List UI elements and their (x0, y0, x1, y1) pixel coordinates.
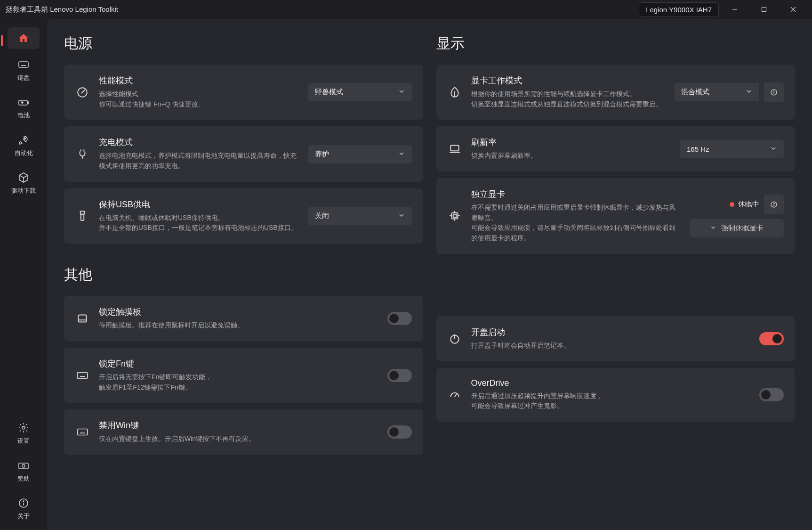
charge-mode-select[interactable]: 养护 (308, 145, 412, 163)
card-title: 独立显卡 (471, 188, 681, 200)
speedometer-icon (448, 389, 462, 401)
rocket-icon (17, 134, 30, 146)
dgpu-force-sleep-button[interactable]: 强制休眠显卡 (690, 219, 784, 237)
minimize-button[interactable] (722, 0, 748, 19)
card-title: 开盖启动 (471, 326, 750, 338)
chevron-down-icon (398, 212, 405, 220)
card-desc: 选择电池充电模式，养护模式将限制电池充电电量以提高寿命，快充模式将使用更高的功率… (99, 151, 299, 171)
card-usb-power: 保持USB供电 在电脑关机、睡眠或休眠时USB保持供电。 并不是全部的USB接口… (64, 188, 423, 244)
nav-settings[interactable]: 设置 (8, 417, 40, 450)
nav-battery[interactable]: 电池 (8, 91, 40, 124)
svg-line-44 (455, 394, 457, 397)
card-title: 显卡工作模式 (471, 75, 666, 86)
gpu-mode-select[interactable]: 混合模式 (675, 83, 759, 101)
card-title: 性能模式 (99, 75, 299, 86)
card-title: 锁定Fn键 (99, 358, 378, 369)
chevron-down-icon (745, 88, 753, 97)
card-desc: 根据你的使用场景所需的性能与续航选择显卡工作模式。 切换至独显直连模式或从独显直… (471, 89, 666, 109)
win-lock-toggle[interactable] (387, 425, 412, 439)
svg-rect-32 (450, 146, 458, 151)
main-content: 电源 性能模式 选择性能模式 你可以通过快捷键 Fn+Q 快速更改。 野兽模式 (47, 19, 812, 530)
card-gpu-mode: 显卡工作模式 根据你的使用场景所需的性能与续航选择显卡工作模式。 切换至独显直连… (436, 65, 796, 120)
sidebar: 键盘 电池 自动化 驱动下载 设置 (0, 19, 47, 530)
gpu-mode-info-button[interactable] (764, 82, 784, 102)
usb-power-select[interactable]: 关闭 (308, 207, 412, 225)
keyboard-icon (17, 58, 30, 71)
dgpu-help-button[interactable] (764, 195, 784, 214)
card-dgpu: 独立显卡 在不需要时通过关闭占用应用或重启显卡强制休眠显卡，减少发热与风扇噪音。… (436, 178, 796, 254)
refresh-rate-select[interactable]: 165 Hz (680, 140, 784, 158)
svg-point-18 (23, 501, 24, 502)
nav-label: 设置 (17, 437, 30, 445)
status-dot-icon (730, 202, 734, 207)
nav-home[interactable] (8, 27, 40, 49)
titlebar: 拯救者工具箱 Lenovo Legion Toolkit Legion Y900… (0, 0, 812, 19)
section-other-title: 其他 (64, 265, 423, 285)
card-desc: 在不需要时通过关闭占用应用或重启显卡强制休眠显卡，减少发热与风扇噪音。 可能会导… (471, 203, 681, 244)
package-icon (17, 171, 30, 184)
nav-about[interactable]: 关于 (8, 492, 40, 525)
nav-label: 关于 (17, 512, 30, 521)
svg-rect-14 (19, 463, 28, 469)
chevron-down-icon (398, 150, 405, 159)
close-button[interactable] (780, 0, 806, 19)
chevron-down-icon (710, 224, 716, 232)
svg-rect-22 (78, 315, 86, 322)
svg-rect-4 (19, 62, 28, 67)
svg-rect-11 (27, 102, 28, 104)
svg-point-15 (22, 465, 25, 467)
section-display-title: 显示 (436, 34, 796, 53)
svg-rect-26 (77, 429, 88, 435)
svg-rect-1 (762, 8, 766, 12)
svg-point-13 (22, 426, 25, 429)
money-icon (17, 459, 30, 472)
card-desc: 打开盖子时将会自动开启笔记本。 (471, 341, 750, 351)
chevron-down-icon (770, 145, 777, 154)
dgpu-status: 休眠中 (730, 200, 759, 209)
plug-icon (75, 148, 89, 160)
card-title: 保持USB供电 (99, 199, 299, 210)
card-desc: 在电脑关机、睡眠或休眠时USB保持供电。 并不是全部的USB接口，一般是笔记本旁… (99, 213, 299, 233)
nav-label: 赞助 (17, 474, 30, 483)
nav-keyboard[interactable]: 键盘 (8, 54, 40, 87)
flip-to-boot-toggle[interactable] (759, 332, 784, 345)
app-title: 拯救者工具箱 Lenovo Legion Toolkit (6, 5, 118, 14)
card-desc: 开启后将无需按下Fn键即可触发功能， 触发原F1至F12键需按下Fn键。 (99, 372, 378, 392)
device-badge: Legion Y9000X IAH7 (639, 2, 719, 17)
card-win-lock: 禁用Win键 仅在内置键盘上生效。开启后Win键按下不再有反应。 (64, 409, 423, 455)
svg-rect-20 (80, 212, 85, 215)
nav-label: 自动化 (15, 149, 33, 157)
section-power-title: 电源 (64, 34, 423, 53)
nav-automation[interactable]: 自动化 (8, 129, 40, 162)
svg-rect-21 (81, 214, 84, 220)
usb-icon (75, 210, 89, 222)
card-fn-lock: 锁定Fn键 开启后将无需按下Fn键即可触发功能， 触发原F1至F12键需按下Fn… (64, 348, 423, 403)
svg-point-31 (773, 90, 774, 91)
nav-label: 驱动下载 (11, 187, 36, 195)
touchpad-lock-toggle[interactable] (387, 312, 412, 325)
leaf-icon (448, 86, 462, 98)
nav-driver[interactable]: 驱动下载 (8, 167, 40, 200)
overdrive-toggle[interactable] (759, 388, 784, 401)
info-icon (17, 497, 30, 509)
card-title: 充电模式 (99, 137, 299, 148)
card-touchpad-lock: 锁定触摸板 停用触摸板。推荐在使用鼠标时开启以避免误触。 (64, 296, 423, 341)
card-title: 刷新率 (471, 137, 671, 148)
power-icon (448, 333, 462, 345)
card-desc: 开启后通过加压超频提升内置屏幕响应速度， 可能会导致屏幕过冲产生鬼影。 (471, 391, 750, 411)
card-desc: 切换内置屏幕刷新率。 (471, 151, 671, 161)
card-performance-mode: 性能模式 选择性能模式 你可以通过快捷键 Fn+Q 快速更改。 野兽模式 (64, 65, 423, 120)
nav-donate[interactable]: 赞助 (8, 455, 40, 488)
card-desc: 选择性能模式 你可以通过快捷键 Fn+Q 快速更改。 (99, 89, 299, 109)
gauge-icon (75, 86, 89, 98)
maximize-button[interactable] (751, 0, 777, 19)
fn-lock-toggle[interactable] (387, 369, 412, 382)
nav-label: 电池 (17, 111, 30, 120)
card-desc: 仅在内置键盘上生效。开启后Win键按下不再有反应。 (99, 434, 378, 444)
card-charge-mode: 充电模式 选择电池充电模式，养护模式将限制电池充电电量以提高寿命，快充模式将使用… (64, 126, 423, 181)
performance-mode-select[interactable]: 野兽模式 (308, 83, 412, 101)
svg-rect-34 (451, 213, 458, 219)
svg-rect-24 (77, 372, 88, 378)
gear-icon (17, 422, 30, 434)
card-overdrive: OverDrive 开启后通过加压超频提升内置屏幕响应速度， 可能会导致屏幕过冲… (436, 368, 796, 422)
